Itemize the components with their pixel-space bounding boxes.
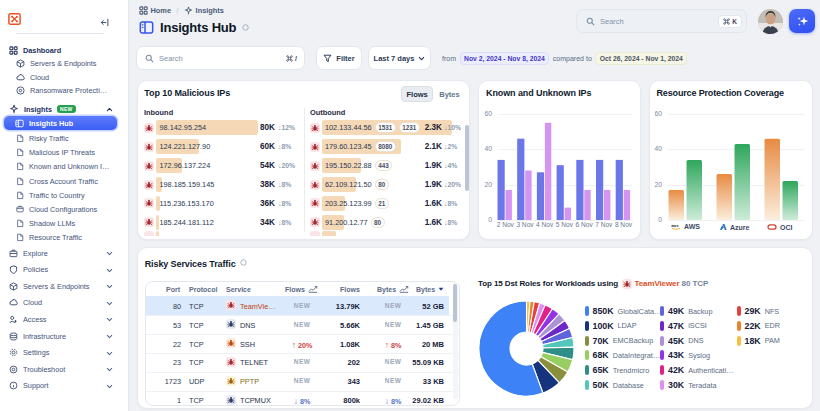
svg-text:aws: aws bbox=[671, 223, 679, 228]
